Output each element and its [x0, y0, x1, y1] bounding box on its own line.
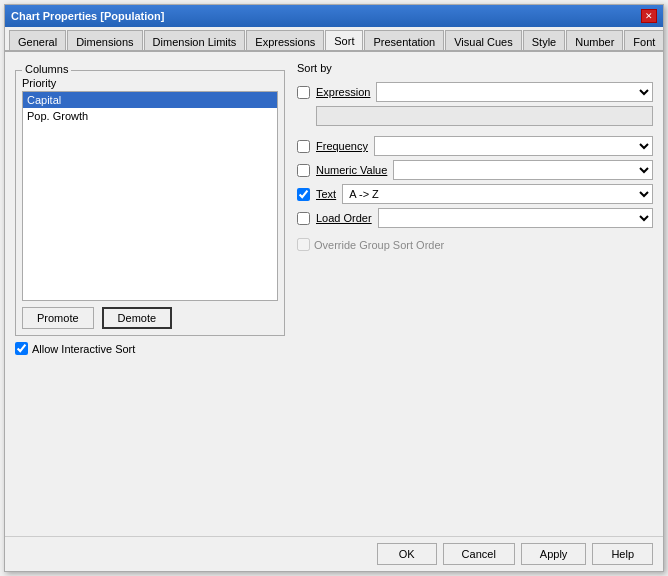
override-label: Override Group Sort Order — [314, 239, 444, 251]
load-order-checkbox[interactable] — [297, 212, 310, 225]
text-label[interactable]: Text — [316, 188, 336, 200]
allow-interactive-sort-row: Allow Interactive Sort — [15, 342, 285, 355]
sort-numeric-row: Numeric Value — [297, 160, 653, 180]
sort-frequency-row: Frequency — [297, 136, 653, 156]
tab-general[interactable]: General — [9, 30, 66, 52]
columns-group: Columns Priority Capital Pop. Growth Pro… — [15, 70, 285, 336]
allow-interactive-sort-checkbox[interactable] — [15, 342, 28, 355]
sort-text-row: Text A -> Z Z -> A — [297, 184, 653, 204]
title-bar-buttons: ✕ — [641, 9, 657, 23]
frequency-checkbox[interactable] — [297, 140, 310, 153]
ok-button[interactable]: OK — [377, 543, 437, 565]
sort-expression-row: Expression — [297, 82, 653, 102]
frequency-dropdown[interactable] — [374, 136, 653, 156]
columns-group-label: Columns — [22, 63, 71, 75]
numeric-value-checkbox[interactable] — [297, 164, 310, 177]
priority-label: Priority — [22, 77, 278, 89]
demote-button[interactable]: Demote — [102, 307, 173, 329]
cancel-button[interactable]: Cancel — [443, 543, 515, 565]
allow-interactive-sort-label[interactable]: Allow Interactive Sort — [32, 343, 135, 355]
load-order-dropdown[interactable] — [378, 208, 653, 228]
tab-font[interactable]: Font — [624, 30, 663, 52]
right-panel: Sort by Expression Frequency — [297, 62, 653, 526]
priority-list[interactable]: Capital Pop. Growth — [22, 91, 278, 301]
expression-input-row — [297, 106, 653, 130]
promote-button[interactable]: Promote — [22, 307, 94, 329]
footer: OK Cancel Apply Help — [5, 536, 663, 571]
tab-expressions[interactable]: Expressions — [246, 30, 324, 52]
numeric-dropdown[interactable] — [393, 160, 653, 180]
content-area: Columns Priority Capital Pop. Growth Pro… — [5, 52, 663, 536]
priority-buttons: Promote Demote — [22, 307, 278, 329]
tab-style[interactable]: Style — [523, 30, 565, 52]
sort-load-order-row: Load Order — [297, 208, 653, 228]
tab-sort[interactable]: Sort — [325, 30, 363, 52]
list-item[interactable]: Capital — [23, 92, 277, 108]
main-window: Chart Properties [Population] ✕ General … — [4, 4, 664, 572]
load-order-label[interactable]: Load Order — [316, 212, 372, 224]
expression-input[interactable] — [316, 106, 653, 126]
override-checkbox[interactable] — [297, 238, 310, 251]
frequency-label[interactable]: Frequency — [316, 140, 368, 152]
expression-label[interactable]: Expression — [316, 86, 370, 98]
tab-visual-cues[interactable]: Visual Cues — [445, 30, 522, 52]
tab-dimensions[interactable]: Dimensions — [67, 30, 142, 52]
override-row: Override Group Sort Order — [297, 238, 653, 251]
expression-dropdown[interactable] — [376, 82, 653, 102]
text-checkbox[interactable] — [297, 188, 310, 201]
apply-button[interactable]: Apply — [521, 543, 587, 565]
tab-bar: General Dimensions Dimension Limits Expr… — [5, 27, 663, 52]
expression-checkbox[interactable] — [297, 86, 310, 99]
numeric-value-label[interactable]: Numeric Value — [316, 164, 387, 176]
main-content: Columns Priority Capital Pop. Growth Pro… — [15, 62, 653, 526]
text-dropdown[interactable]: A -> Z Z -> A — [342, 184, 653, 204]
tab-dimension-limits[interactable]: Dimension Limits — [144, 30, 246, 52]
sort-by-label: Sort by — [297, 62, 653, 74]
left-panel: Columns Priority Capital Pop. Growth Pro… — [15, 62, 285, 526]
title-bar: Chart Properties [Population] ✕ — [5, 5, 663, 27]
help-button[interactable]: Help — [592, 543, 653, 565]
close-button[interactable]: ✕ — [641, 9, 657, 23]
tab-presentation[interactable]: Presentation — [364, 30, 444, 52]
list-item[interactable]: Pop. Growth — [23, 108, 277, 124]
window-title: Chart Properties [Population] — [11, 10, 164, 22]
tab-number[interactable]: Number — [566, 30, 623, 52]
